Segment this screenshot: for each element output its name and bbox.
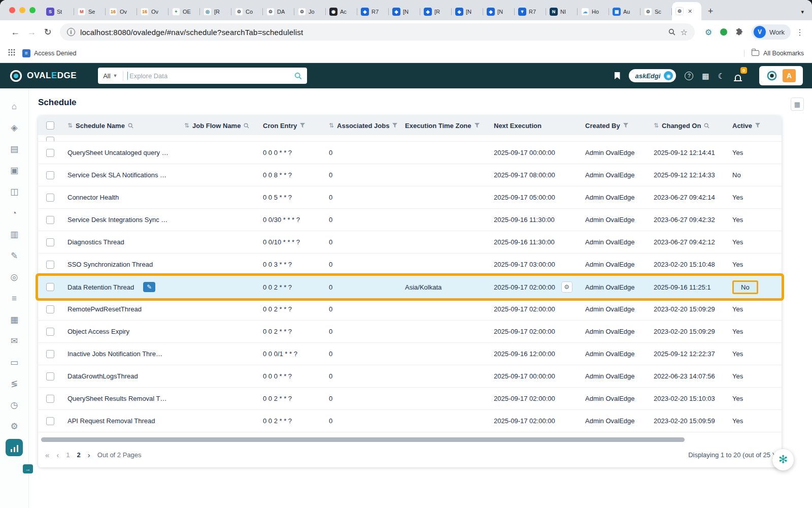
browser-tab[interactable]: 16Ov [106, 3, 137, 20]
forward-button[interactable]: → [23, 24, 40, 40]
dark-mode-moon-icon[interactable]: ☾ [718, 72, 725, 80]
row-checkbox[interactable] [46, 283, 54, 291]
sidebar-item-catalog[interactable]: ▤ [0, 138, 28, 160]
table-row[interactable]: Object Access Expiry0 0 2 * * ?02025-09-… [38, 321, 782, 343]
table-row[interactable]: Service Desk SLA Notifications …0 0 8 * … [38, 164, 782, 186]
account-menu[interactable]: A [759, 66, 803, 85]
table-row[interactable]: Data Retention Thread✎0 0 2 * * ?0Asia/K… [38, 276, 782, 298]
sidebar-item-collaboration[interactable]: ✉ [0, 330, 28, 352]
search-icon[interactable] [704, 123, 709, 129]
browser-tab[interactable]: ◆[N [483, 3, 515, 20]
browser-tab[interactable]: ▤Au [609, 3, 640, 20]
notifications-button[interactable]: 0 [733, 71, 742, 80]
browser-tab[interactable]: ☁Ho [578, 3, 609, 20]
back-button[interactable]: ← [7, 24, 23, 40]
sidebar-item-home[interactable]: ⌂ [0, 96, 28, 117]
sidebar-item-governance[interactable]: ◎ [0, 266, 28, 288]
zoom-window-button[interactable] [29, 7, 36, 13]
tab-search-chevron-icon[interactable]: ▾ [801, 9, 804, 15]
sidebar-item-jobs[interactable]: ◷ [0, 394, 28, 416]
all-bookmarks[interactable]: All Bookmarks [744, 50, 804, 57]
column-header-changed[interactable]: ⇅Changed On [649, 122, 727, 130]
reload-button[interactable]: ↻ [40, 24, 56, 40]
global-search[interactable]: All▼ Explore Data [98, 68, 307, 84]
row-checkbox[interactable] [46, 328, 54, 336]
filter-icon[interactable] [392, 123, 397, 128]
bookmark-star-icon[interactable]: ☆ [681, 27, 688, 37]
extensions-puzzle-icon[interactable] [731, 28, 747, 36]
row-checkbox[interactable] [46, 216, 54, 224]
table-row[interactable]: QuerySheet Results Removal T…0 0 2 * * ?… [38, 388, 782, 410]
search-icon[interactable] [294, 72, 307, 80]
browser-tab[interactable]: ◆[N [389, 3, 420, 20]
sidebar-item-tools[interactable]: ⚙ [0, 416, 28, 437]
sort-icon[interactable]: ⇅ [654, 122, 659, 129]
sidebar-item-data-stories[interactable]: ◫ [0, 181, 28, 202]
browser-tab[interactable]: ⚙DA [263, 3, 294, 20]
column-header-cron[interactable]: Cron Entry [258, 122, 324, 130]
page-number-1[interactable]: 1 [66, 451, 70, 459]
search-scope-dropdown[interactable]: All▼ [98, 72, 122, 80]
browser-tab[interactable]: ⚙Sc [640, 3, 672, 20]
sidebar-item-query-sheet[interactable]: ≶ [0, 373, 28, 394]
row-checkbox[interactable] [46, 194, 54, 202]
row-checkbox[interactable] [46, 261, 54, 269]
search-icon[interactable] [244, 123, 249, 129]
layout-grid-icon[interactable]: ▦ [791, 98, 804, 111]
row-checkbox[interactable] [46, 305, 54, 313]
browser-tab[interactable]: ◆[R [420, 3, 452, 20]
column-header-active[interactable]: Active [727, 122, 770, 130]
ovaledge-logo[interactable]: OVALEDGE [9, 69, 77, 83]
new-tab-button[interactable]: + [703, 4, 718, 18]
tab-close-icon[interactable]: ✕ [688, 8, 692, 15]
sort-icon[interactable]: ⇅ [329, 122, 334, 129]
sidebar-item-reports[interactable]: ▥ [0, 224, 28, 245]
feedback-card-icon[interactable]: ▦ [702, 72, 709, 80]
url-text[interactable]: localhost:8080/ovaledge/#nav/schedule?se… [80, 28, 663, 37]
filter-icon[interactable] [300, 123, 305, 128]
sort-icon[interactable]: ⇅ [67, 122, 73, 129]
browser-tab[interactable]: ◉Ac [326, 3, 357, 20]
browser-tab[interactable]: 16Ov [137, 3, 168, 20]
search-input[interactable]: Explore Data [128, 72, 294, 80]
next-page-button[interactable]: › [88, 451, 90, 459]
browser-tab[interactable]: ◆R7 [357, 3, 389, 20]
sidebar-item-business-glossary[interactable]: ▣ [0, 160, 28, 181]
sidebar-item-insights[interactable]: ◔ [0, 202, 28, 224]
close-window-button[interactable] [9, 7, 15, 13]
browser-tab[interactable]: NNI [546, 3, 578, 20]
row-checkbox[interactable] [46, 149, 54, 157]
extension-green-icon[interactable] [716, 28, 731, 36]
extension-gear-icon[interactable]: ⚙ [701, 27, 716, 37]
column-header-name[interactable]: ⇅Schedule Name [62, 122, 179, 130]
row-checkbox[interactable] [46, 417, 54, 425]
horizontal-scrollbar[interactable] [40, 436, 780, 443]
browser-tab[interactable]: ◆[N [452, 3, 483, 20]
browser-tab[interactable]: ◎[R [200, 3, 231, 20]
browser-tab[interactable]: ⚙Jo [294, 3, 326, 20]
browser-tab[interactable]: +OE [168, 3, 200, 20]
select-all-checkbox[interactable] [46, 121, 54, 130]
browser-tab[interactable]: SSt [43, 3, 74, 20]
table-row[interactable]: Connector Health0 0 5 * * ?02025-09-17 0… [38, 186, 782, 209]
table-row[interactable]: Service Desk Integrations Sync …0 0/30 *… [38, 209, 782, 231]
row-checkbox[interactable] [46, 395, 54, 403]
scrollbar-thumb[interactable] [41, 437, 685, 442]
sidebar-item-glossary-book[interactable]: ▦ [0, 309, 28, 330]
browser-tab-active[interactable]: ⚙✕ [672, 2, 701, 20]
table-row[interactable]: RemotePwdResetThread0 0 2 * * ?02025-09-… [38, 298, 782, 321]
filter-icon[interactable] [623, 123, 628, 128]
browser-tab[interactable]: MSe [74, 3, 106, 20]
row-checkbox[interactable] [46, 238, 54, 246]
sidebar-item-tags[interactable]: ◈ [0, 117, 28, 138]
address-bar[interactable]: i localhost:8080/ovaledge/#nav/schedule?… [60, 23, 695, 41]
minimize-window-button[interactable] [19, 7, 25, 13]
sort-icon[interactable]: ⇅ [184, 122, 189, 129]
table-row[interactable]: API Request Removal Thread0 0 2 * * ?020… [38, 410, 782, 432]
browser-menu-icon[interactable]: ⋮ [795, 27, 805, 37]
column-header-next[interactable]: Next Execution [489, 122, 580, 130]
sidebar-item-projects[interactable]: ▭ [0, 352, 28, 373]
browser-tab[interactable]: ▼R7 [515, 3, 546, 20]
browser-tab[interactable]: ⚙Co [231, 3, 263, 20]
first-page-button[interactable]: « [45, 451, 49, 459]
